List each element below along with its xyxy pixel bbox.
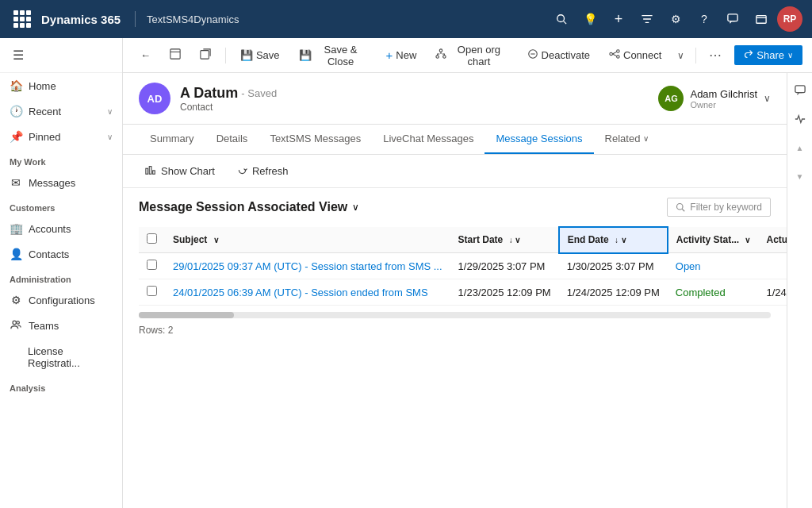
waffle-icon: [13, 10, 31, 28]
tab-livechat-messages[interactable]: LiveChat Messages: [372, 125, 485, 154]
sidebar-item-contacts[interactable]: 👤 Contacts: [0, 241, 122, 267]
help-icon[interactable]: ?: [691, 6, 717, 32]
page-view-button[interactable]: [162, 45, 189, 65]
svg-rect-6: [170, 49, 180, 59]
tab-message-sessions[interactable]: Message Sessions: [485, 125, 593, 154]
user-avatar[interactable]: RP: [777, 6, 802, 32]
filter-input[interactable]: Filter by keyword: [667, 198, 771, 217]
record-avatar: AD: [139, 83, 170, 114]
sidebar-item-label: Teams: [29, 320, 59, 332]
new-icon: +: [386, 48, 393, 62]
grid-area: Message Session Associated View ∨ Filter…: [123, 188, 787, 508]
record-area: AD A Datum - Saved Contact AG: [123, 73, 787, 508]
sidebar-item-teams[interactable]: Teams: [0, 313, 122, 339]
tab-related[interactable]: Related ∨: [594, 125, 661, 154]
col-activity-status[interactable]: Activity Stat... ∨: [668, 227, 759, 253]
sidebar-item-home[interactable]: 🏠 Home: [0, 73, 122, 98]
owner-avatar: AG: [658, 86, 684, 111]
select-all-checkbox[interactable]: [147, 233, 157, 244]
row-checkbox[interactable]: [147, 286, 157, 296]
hamburger-icon[interactable]: ☰: [10, 44, 113, 66]
show-chart-button[interactable]: Show Chart: [139, 161, 221, 181]
tab-textsms-messages[interactable]: TextSMS Messages: [259, 125, 372, 154]
sidebar-item-pinned[interactable]: 📌 Pinned ∨: [0, 124, 122, 149]
svg-point-10: [436, 56, 439, 59]
subject-cell: 24/01/2025 06:39 AM (UTC) - Session ende…: [165, 279, 450, 306]
activity-status-cell: Completed: [668, 279, 759, 306]
svg-point-5: [17, 321, 20, 325]
status-badge: Open: [676, 260, 701, 272]
tab-summary[interactable]: Summary: [139, 125, 205, 154]
more-options-button[interactable]: ⋯: [703, 44, 728, 66]
connect-button[interactable]: Connect: [601, 45, 669, 65]
connect-chevron[interactable]: ∨: [672, 47, 689, 64]
sort-icon: ↓ ∨: [615, 236, 626, 244]
back-button[interactable]: ←: [132, 46, 159, 64]
filter-icon[interactable]: [634, 6, 660, 32]
settings-icon[interactable]: ⚙: [663, 6, 688, 32]
refresh-button[interactable]: Refresh: [231, 162, 295, 181]
new-button[interactable]: + New: [378, 45, 425, 65]
right-panel-icons: ▲ ▼: [787, 73, 812, 508]
sidebar-item-label: Configurations: [29, 294, 95, 306]
panel-scroll-up[interactable]: ▲: [789, 137, 811, 159]
lightbulb-icon[interactable]: 💡: [577, 6, 603, 32]
sidebar-item-label: Home: [29, 80, 56, 92]
col-subject[interactable]: Subject ∨: [165, 227, 450, 253]
select-all-header[interactable]: [139, 227, 165, 253]
svg-rect-8: [201, 51, 209, 60]
contacts-icon: 👤: [10, 248, 22, 260]
horizontal-scrollbar[interactable]: [139, 312, 771, 318]
sidebar-item-recent[interactable]: 🕐 Recent ∨: [0, 98, 122, 124]
subject-link[interactable]: 24/01/2025 06:39 AM (UTC) - Session ende…: [173, 287, 428, 298]
col-start-date[interactable]: Start Date ↓ ∨: [450, 227, 559, 253]
grid-title-chevron[interactable]: ∨: [352, 202, 359, 213]
svg-rect-2: [728, 14, 737, 21]
tab-details[interactable]: Details: [205, 125, 259, 154]
col-actual-end[interactable]: Actual End ∨: [758, 227, 787, 253]
save-close-button[interactable]: 💾 Save & Close: [291, 40, 375, 71]
search-icon[interactable]: [549, 6, 574, 32]
open-org-chart-button[interactable]: Open org chart: [427, 40, 515, 71]
svg-point-0: [557, 15, 565, 22]
window-icon[interactable]: [749, 6, 774, 32]
scrollbar-thumb[interactable]: [139, 312, 234, 318]
col-end-date[interactable]: End Date ↓ ∨: [559, 227, 668, 253]
subject-link[interactable]: 29/01/2025 09:37 AM (UTC) - Session star…: [173, 260, 442, 272]
recent-icon: 🕐: [10, 105, 22, 117]
section-admin: Administration: [0, 267, 122, 287]
svg-point-15: [617, 56, 620, 59]
top-nav: Dynamics 365 TextSMS4Dynamics 💡 + ⚙ ? RP: [0, 0, 812, 38]
sort-icon: ↓ ∨: [509, 236, 521, 244]
sidebar-item-messages[interactable]: ✉ Messages: [0, 170, 122, 195]
save-button[interactable]: 💾 Save: [232, 46, 288, 64]
panel-chat-icon[interactable]: [789, 79, 811, 102]
deactivate-button[interactable]: Deactivate: [519, 45, 598, 65]
record-type: Contact: [180, 102, 277, 113]
share-icon: [744, 49, 753, 61]
panel-scroll-down[interactable]: ▼: [789, 165, 811, 187]
owner-expand-button[interactable]: ∨: [764, 93, 771, 104]
row-checkbox-cell[interactable]: [139, 253, 165, 279]
sort-icon: ∨: [213, 236, 219, 244]
row-checkbox[interactable]: [147, 260, 157, 270]
accounts-icon: 🏢: [10, 222, 22, 235]
save-icon: 💾: [240, 49, 253, 61]
sidebar-item-license[interactable]: License Registrati...: [0, 339, 122, 375]
open-new-window-button[interactable]: [192, 45, 219, 65]
sidebar-item-configurations[interactable]: ⚙ Configurations: [0, 287, 122, 313]
add-icon[interactable]: +: [606, 6, 631, 32]
chevron-down-icon: ∨: [107, 107, 113, 116]
svg-point-11: [443, 56, 446, 59]
chat-icon[interactable]: [720, 6, 745, 32]
sidebar-item-label: License Registrati...: [28, 345, 113, 369]
sidebar-item-label: Pinned: [29, 131, 60, 143]
panel-activity-icon[interactable]: [789, 108, 811, 130]
sidebar-item-accounts[interactable]: 🏢 Accounts: [0, 216, 122, 241]
row-checkbox-cell[interactable]: [139, 279, 165, 306]
svg-rect-18: [153, 171, 155, 174]
share-button[interactable]: Share ∨: [734, 45, 802, 65]
waffle-menu[interactable]: [10, 6, 35, 32]
nav-divider: [135, 11, 136, 27]
table-row: 24/01/2025 06:39 AM (UTC) - Session ende…: [139, 279, 787, 306]
